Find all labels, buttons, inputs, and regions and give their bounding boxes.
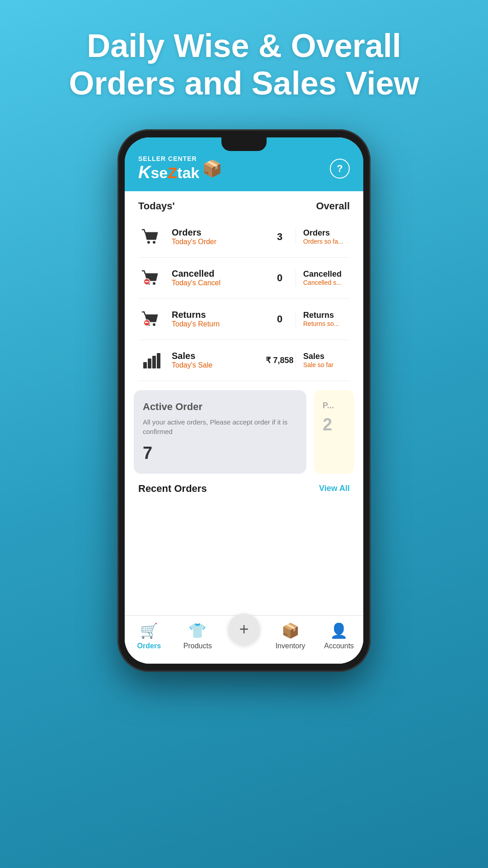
cancelled-today-val: 0 [264,272,296,284]
returns-overall: Returns Returns so... [296,311,350,327]
sales-name: Sales [172,351,264,361]
inventory-nav-icon: 📦 [282,622,300,639]
sales-overall-sub: Sale so far [303,361,350,368]
nav-orders[interactable]: 🛒 Orders [131,622,167,650]
cancelled-overall-sub: Cancelled s... [303,279,350,286]
accounts-nav-icon: 👤 [330,622,348,639]
phone-screen: SELLER CENTER KseZtak 📦 ? Todays' Overal… [125,137,363,664]
cancelled-overall-name: Cancelled [303,269,350,279]
sales-icon [138,347,164,373]
orders-overall: Orders Orders so fa... [296,228,350,245]
returns-overall-name: Returns [303,311,350,320]
cancelled-name: Cancelled [172,269,264,279]
headline-line1: Daily Wise & Overall [87,28,401,64]
stat-row-returns[interactable]: Returns Today's Return 0 Returns Returns… [138,299,350,340]
headline-line2: Orders and Sales View [69,65,419,101]
sales-info: Sales Today's Sale [164,351,264,369]
returns-icon [138,306,164,332]
help-button[interactable]: ? [330,159,350,179]
stat-row-cancelled[interactable]: Cancelled Today's Cancel 0 Cancelled Can… [138,258,350,299]
cancelled-info: Cancelled Today's Cancel [164,269,264,287]
col-today-label: Todays' [138,200,175,212]
svg-point-3 [153,282,155,285]
inventory-nav-label: Inventory [276,642,305,650]
phone-mockup: SELLER CENTER KseZtak 📦 ? Todays' Overal… [117,129,371,672]
nav-accounts[interactable]: 👤 Accounts [321,622,357,650]
sales-sub: Today's Sale [172,361,264,369]
recent-orders-title: Recent Orders [138,483,207,495]
nav-products[interactable]: 👕 Products [179,622,216,650]
logo-z: Z [168,164,177,181]
stat-row-orders[interactable]: Orders Today's Order 3 Orders Orders so … [138,217,350,258]
pending-title: P... [323,401,345,410]
notch [221,137,267,151]
products-nav-icon: 👕 [188,622,206,639]
pending-order-card[interactable]: P... 2 [314,390,354,474]
active-order-count: 7 [143,443,297,463]
svg-point-1 [153,241,155,244]
orders-info: Orders Today's Order [164,227,264,246]
orders-icon [138,224,164,250]
accounts-nav-label: Accounts [324,642,354,650]
logo-text: KseZtak [138,163,199,182]
svg-rect-11 [143,362,147,368]
svg-rect-13 [152,356,156,368]
add-button[interactable]: + [228,613,260,645]
recent-orders-header: Recent Orders View All [125,483,363,502]
active-order-desc: All your active orders, Please accept or… [143,417,297,436]
view-all-button[interactable]: View All [319,484,350,493]
main-content: Todays' Overall Orders [125,191,363,664]
returns-overall-sub: Returns so... [303,320,350,327]
stats-section: Todays' Overall Orders [125,191,363,381]
svg-point-8 [153,323,155,326]
bottom-nav: 🛒 Orders 👕 Products + 📦 Inventory 👤 Acco… [125,615,363,664]
headline: Daily Wise & Overall Orders and Sales Vi… [42,0,446,120]
products-nav-label: Products [183,642,212,650]
svg-point-0 [147,241,150,244]
stat-row-sales[interactable]: Sales Today's Sale ₹ 7,858 Sales Sale so… [138,340,350,381]
returns-info: Returns Today's Return [164,310,264,328]
cancelled-icon [138,265,164,291]
orders-overall-sub: Orders so fa... [303,238,350,245]
stats-header: Todays' Overall [138,200,350,217]
col-overall-label: Overall [316,200,350,212]
returns-name: Returns [172,310,264,320]
orders-overall-name: Orders [303,228,350,238]
orders-name: Orders [172,227,264,238]
orders-nav-icon: 🛒 [140,622,158,639]
logo-k: K [138,163,150,182]
logo-tak: tak [177,164,199,181]
logo-se: se [150,164,168,181]
svg-point-10 [144,320,150,326]
sales-overall: Sales Sale so far [296,352,350,368]
logo-area: SELLER CENTER KseZtak 📦 [138,156,222,182]
svg-rect-14 [157,353,160,368]
returns-today-val: 0 [264,313,296,325]
orders-today-val: 3 [264,231,296,243]
orders-sub: Today's Order [172,238,264,246]
spacer [125,502,363,615]
cancelled-overall: Cancelled Cancelled s... [296,269,350,286]
active-order-card[interactable]: Active Order All your active orders, Ple… [134,390,306,474]
seller-center-label: SELLER CENTER [138,156,199,162]
sales-today-val: ₹ 7,858 [264,355,296,365]
active-order-title: Active Order [143,401,297,413]
cards-row: Active Order All your active orders, Ple… [125,381,363,483]
nav-inventory[interactable]: 📦 Inventory [272,622,309,650]
sales-overall-name: Sales [303,352,350,361]
cancelled-sub: Today's Cancel [172,279,264,287]
pending-count: 2 [323,415,345,434]
orders-nav-label: Orders [137,642,161,650]
returns-sub: Today's Return [172,320,264,328]
svg-rect-12 [148,359,151,368]
logo-emoji: 📦 [202,159,222,178]
